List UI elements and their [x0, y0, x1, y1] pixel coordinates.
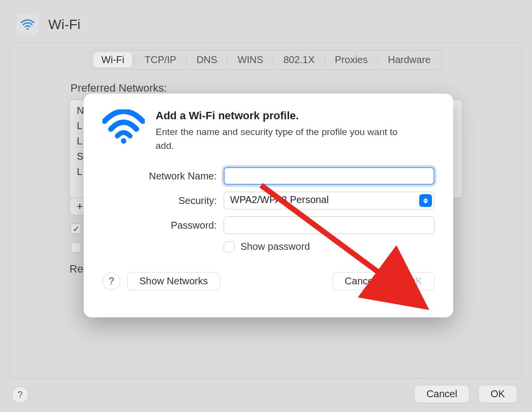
modal-help-button[interactable]: ?	[102, 273, 120, 290]
network-name-input[interactable]	[224, 167, 434, 185]
modal-title: Add a Wi-Fi network profile.	[156, 109, 412, 122]
password-label: Password:	[102, 220, 224, 231]
modal-subtitle: Enter the name and security type of the …	[156, 125, 412, 152]
security-select-value: WPA2/WPA3 Personal	[230, 194, 329, 205]
network-name-label: Network Name:	[102, 171, 224, 182]
security-label: Security:	[102, 195, 224, 206]
modal-form: Network Name: Security: WPA2/WPA3 Person…	[102, 167, 434, 252]
show-password-label: Show password	[240, 241, 310, 252]
modal-ok-button[interactable]: OK	[396, 272, 434, 290]
show-password-checkbox[interactable]	[224, 241, 234, 252]
password-input[interactable]	[224, 216, 434, 234]
show-networks-button[interactable]: Show Networks	[127, 272, 220, 290]
security-select[interactable]: WPA2/WPA3 Personal	[224, 192, 434, 209]
modal-footer: ? Show Networks Cancel OK	[102, 272, 434, 290]
wifi-icon	[102, 109, 145, 152]
select-caret-icon[interactable]	[419, 194, 432, 207]
modal-cancel-button[interactable]: Cancel	[332, 272, 388, 290]
add-wifi-modal: Add a Wi-Fi network profile. Enter the n…	[84, 94, 453, 317]
svg-point-1	[121, 138, 127, 144]
